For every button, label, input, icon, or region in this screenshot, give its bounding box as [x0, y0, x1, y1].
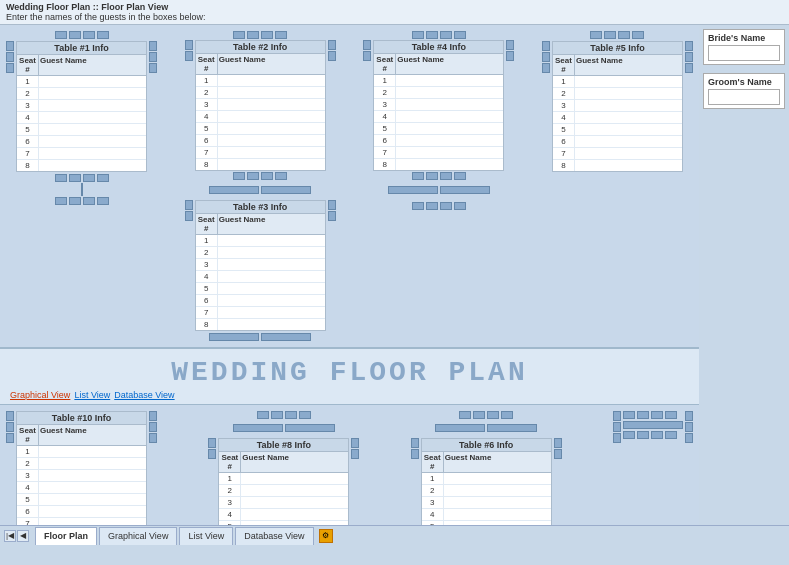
floor-plan-area: Table #1 Info Seat # Guest Name 1 2 3 4 … — [0, 25, 699, 540]
guest-input[interactable] — [40, 101, 145, 111]
table-row: 1 — [17, 446, 146, 458]
brides-name-input[interactable] — [708, 45, 780, 61]
tab-graphical-view-label: Graphical View — [108, 531, 168, 541]
right-deco — [613, 411, 693, 443]
table-row: 8 — [196, 319, 325, 330]
tab-database-view-label: Database View — [244, 531, 304, 541]
guest-input[interactable] — [219, 124, 324, 134]
guest-input[interactable] — [445, 510, 550, 520]
guest-input[interactable] — [397, 124, 502, 134]
guest-input[interactable] — [576, 89, 681, 99]
guest-input[interactable] — [445, 498, 550, 508]
table-row: 3 — [553, 100, 682, 112]
guest-input[interactable] — [219, 284, 324, 294]
tab-prev-btn[interactable]: ◀ — [17, 530, 29, 542]
guest-input[interactable] — [242, 486, 347, 496]
tab-first-btn[interactable]: |◀ — [4, 530, 16, 542]
guest-input[interactable] — [40, 149, 145, 159]
lower-section: Table #10 Info Seat # Guest Name 1 2 3 4… — [0, 405, 699, 540]
guest-input[interactable] — [219, 308, 324, 318]
guest-input[interactable] — [40, 459, 145, 469]
guest-input[interactable] — [397, 160, 502, 170]
guest-input[interactable] — [219, 148, 324, 158]
guest-input[interactable] — [219, 320, 324, 330]
guest-input[interactable] — [397, 136, 502, 146]
guest-input[interactable] — [219, 248, 324, 258]
guest-input[interactable] — [40, 471, 145, 481]
guest-input[interactable] — [219, 272, 324, 282]
table-row: 6 — [196, 135, 325, 147]
guest-input[interactable] — [576, 161, 681, 171]
banner-section: WEDDING FLOOR PLAN Graphical View List V… — [0, 349, 699, 405]
guest-input[interactable] — [40, 113, 145, 123]
guest-input[interactable] — [242, 474, 347, 484]
table-row: 3 — [219, 497, 348, 509]
guest-input[interactable] — [40, 125, 145, 135]
guest-input[interactable] — [40, 447, 145, 457]
database-view-link[interactable]: Database View — [114, 390, 174, 400]
table-row: 2 — [196, 87, 325, 99]
banner-title: WEDDING FLOOR PLAN — [10, 357, 689, 388]
tab-floor-plan[interactable]: Floor Plan — [35, 527, 97, 545]
table-row: 6 — [17, 136, 146, 148]
guest-input[interactable] — [219, 136, 324, 146]
guest-input[interactable] — [576, 101, 681, 111]
upper-section: Table #1 Info Seat # Guest Name 1 2 3 4 … — [0, 25, 699, 349]
guest-input[interactable] — [219, 296, 324, 306]
guest-input[interactable] — [40, 495, 145, 505]
guest-input[interactable] — [397, 88, 502, 98]
guest-input[interactable] — [219, 260, 324, 270]
guest-input[interactable] — [219, 112, 324, 122]
top-bar: Wedding Floor Plan :: Floor Plan View En… — [0, 0, 789, 25]
guest-input[interactable] — [219, 100, 324, 110]
guest-input[interactable] — [242, 498, 347, 508]
list-view-link[interactable]: List View — [74, 390, 110, 400]
guest-input[interactable] — [576, 113, 681, 123]
table-row: 7 — [196, 147, 325, 159]
tab-list-view[interactable]: List View — [179, 527, 233, 545]
table-row: 4 — [196, 111, 325, 123]
tab-bar: |◀ ◀ Floor Plan Graphical View List View… — [0, 525, 789, 545]
table5-group: Table #5 Info Seat # Guest Name 1 2 3 4 … — [542, 31, 693, 172]
guest-input[interactable] — [40, 89, 145, 99]
guest-input[interactable] — [397, 76, 502, 86]
guest-input[interactable] — [445, 474, 550, 484]
guest-input[interactable] — [40, 161, 145, 171]
guest-input[interactable] — [397, 100, 502, 110]
tab-database-view[interactable]: Database View — [235, 527, 313, 545]
table-row: 4 — [196, 271, 325, 283]
guest-input[interactable] — [576, 77, 681, 87]
guest-input[interactable] — [40, 483, 145, 493]
table89-group: Table #8 Info Seat # Guest Name 1 2 3 4 — [208, 411, 359, 540]
seat-deco — [83, 197, 95, 205]
seat-deco — [55, 197, 67, 205]
grooms-name-input[interactable] — [708, 89, 780, 105]
guest-input[interactable] — [576, 125, 681, 135]
guest-input[interactable] — [576, 137, 681, 147]
tab-graphical-view[interactable]: Graphical View — [99, 527, 177, 545]
guest-input[interactable] — [445, 486, 550, 496]
table-row: 1 — [553, 76, 682, 88]
guest-input[interactable] — [397, 112, 502, 122]
table10-group: Table #10 Info Seat # Guest Name 1 2 3 4… — [6, 411, 157, 540]
content-area: Wedding Floor Plan :: Floor Plan View En… — [0, 0, 789, 545]
table67-group: Table #6 Info Seat # Guest Name 1 2 3 4 — [411, 411, 562, 540]
seat-deco — [97, 174, 109, 182]
guest-input[interactable] — [219, 76, 324, 86]
guest-input[interactable] — [576, 149, 681, 159]
guest-input[interactable] — [40, 77, 145, 87]
grooms-name-label: Groom's Name — [708, 77, 780, 87]
app-title: Wedding Floor Plan :: Floor Plan View — [6, 2, 168, 12]
table-row: 2 — [196, 247, 325, 259]
graphical-view-link[interactable]: Graphical View — [10, 390, 70, 400]
guest-input[interactable] — [397, 148, 502, 158]
guest-input[interactable] — [219, 160, 324, 170]
guest-input[interactable] — [219, 88, 324, 98]
guest-input[interactable] — [219, 236, 324, 246]
guest-input[interactable] — [40, 137, 145, 147]
guest-input[interactable] — [40, 507, 145, 517]
lower-tables: Table #10 Info Seat # Guest Name 1 2 3 4… — [4, 409, 695, 540]
table-row: 3 — [17, 470, 146, 482]
table1-group: Table #1 Info Seat # Guest Name 1 2 3 4 … — [6, 31, 157, 205]
guest-input[interactable] — [242, 510, 347, 520]
